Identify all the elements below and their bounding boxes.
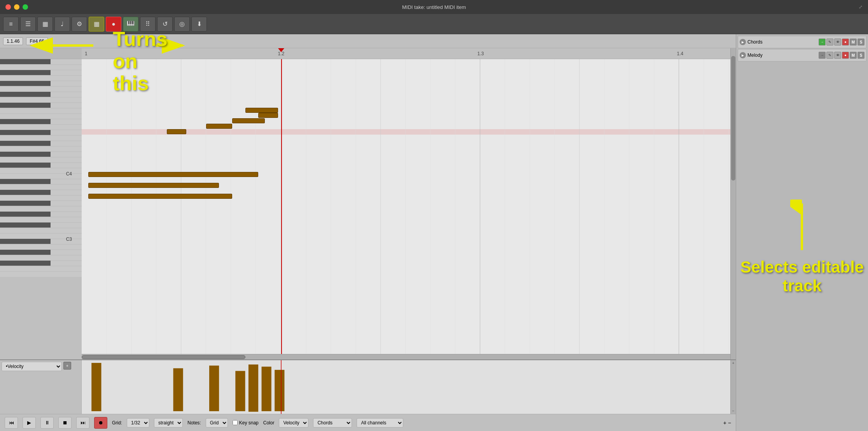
channels-selector[interactable]: All channels <box>357 418 403 427</box>
zoom-in-btn[interactable]: + <box>723 420 726 426</box>
download-btn[interactable]: ⬇ <box>191 17 207 32</box>
chords-track-name: Chords <box>747 39 817 45</box>
grip-left: ⠿ <box>82 355 85 359</box>
selects-track-annotation: Selects editabletrack <box>736 64 868 431</box>
chords-vis-btn[interactable]: 👁 <box>834 39 841 46</box>
midi-note[interactable] <box>258 113 278 118</box>
maximize-button[interactable] <box>23 4 28 10</box>
chords-bottom-selector[interactable]: Chords <box>313 418 352 427</box>
color-label: Color <box>263 420 275 426</box>
title-bar: MIDI take: untitled MIDI item ⤢ <box>0 0 868 14</box>
svg-rect-98 <box>173 368 183 411</box>
piano-grid-area: C4 C3 1 1.2 1.3 1.4 <box>0 48 736 359</box>
track-row-melody[interactable]: ▶ Melody → ✎ 👁 ● M S <box>738 49 866 61</box>
menu-btn[interactable]: ≡ <box>3 17 19 32</box>
key-snap-label: Key snap <box>233 420 259 426</box>
velocity-label-area: •Velocity + <box>0 360 82 414</box>
melody-edit-btn[interactable]: ✎ <box>826 52 833 59</box>
loop-btn[interactable]: ↺ <box>157 17 173 32</box>
midi-note[interactable] <box>88 194 232 199</box>
stop-btn[interactable]: ⏹ <box>58 417 72 429</box>
velocity-vscroll: + − <box>730 360 736 414</box>
settings-btn[interactable]: ⚙ <box>72 17 87 32</box>
key-snap-checkbox[interactable] <box>233 420 238 425</box>
toolbar: ≡ ☰ ▦ ♩ ⚙ ▦ ● ⠿ ↺ ◎ ⬇ <box>0 14 868 34</box>
play-btn[interactable]: ▶ <box>23 417 36 429</box>
svg-rect-51 <box>0 59 51 64</box>
melody-vis-btn[interactable]: 👁 <box>834 52 841 59</box>
notes-selector[interactable]: Grid <box>206 418 228 427</box>
velocity-panel: •Velocity + <box>0 359 736 414</box>
melody-mute-btn[interactable]: ● <box>842 52 849 59</box>
grid-notes-wrapper: 1 1.2 1.3 1.4 <box>82 48 736 359</box>
svg-rect-66 <box>0 239 51 244</box>
vscroll-up[interactable]: + <box>732 361 735 365</box>
right-panel: ▶ Chords → ✎ 👁 ● M S <box>736 34 868 431</box>
svg-text:C3: C3 <box>66 237 72 242</box>
zoom-out-btn[interactable]: − <box>728 420 731 426</box>
velocity-bars-svg <box>82 360 736 414</box>
svg-rect-5 <box>130 21 131 24</box>
melody-controls: → ✎ 👁 ● M S <box>819 52 864 59</box>
midi-note[interactable] <box>88 183 219 188</box>
notes-grid[interactable] <box>82 59 736 354</box>
ruler-content: 1 1.2 1.3 1.4 <box>82 48 736 59</box>
chords-m-btn[interactable]: M <box>850 39 857 46</box>
svg-rect-62 <box>0 190 51 195</box>
chord-btn[interactable]: ▦ <box>89 17 104 32</box>
melody-s-btn[interactable]: S <box>858 52 864 59</box>
add-lane-btn[interactable]: + <box>63 362 71 370</box>
grid-btn[interactable]: ▦ <box>37 17 53 32</box>
chords-edit-btn[interactable]: ✎ <box>826 39 833 46</box>
selects-annotation-content: Selects editabletrack <box>740 200 864 296</box>
pause-btn[interactable]: ⏸ <box>40 417 54 429</box>
piano-btn[interactable] <box>123 17 138 32</box>
svg-rect-60 <box>0 163 51 168</box>
list-btn[interactable]: ☰ <box>20 17 36 32</box>
melody-play-btn[interactable]: ▶ <box>740 52 746 58</box>
midi-note[interactable] <box>206 124 232 129</box>
midi-note[interactable] <box>232 118 265 123</box>
ruler-header: 1 1.2 1.3 1.4 <box>82 48 736 59</box>
curve-selector[interactable]: straight <box>154 418 183 427</box>
record-transport-btn[interactable]: ⏺ <box>94 417 107 429</box>
velocity-selector[interactable]: •Velocity <box>2 362 62 371</box>
midi-note[interactable] <box>167 129 186 134</box>
chords-play-btn[interactable]: ▶ <box>740 39 746 45</box>
svg-rect-52 <box>0 70 51 75</box>
scrollbar-thumb-v[interactable] <box>731 56 735 180</box>
note-btn[interactable]: ♩ <box>54 17 70 32</box>
horizontal-scrollbar[interactable]: ⠿ ⠿ <box>82 354 736 359</box>
piano-roll-container: 1.1.46 F#4 66 <box>0 34 736 431</box>
svg-rect-101 <box>248 364 258 412</box>
record-btn[interactable]: ● <box>106 17 121 32</box>
minimize-button[interactable] <box>14 4 19 10</box>
svg-rect-65 <box>0 223 51 228</box>
selects-track-text: Selects editabletrack <box>740 258 864 296</box>
melody-m-btn[interactable]: M <box>850 52 857 59</box>
color-selector[interactable]: Velocity <box>279 418 308 427</box>
melody-route-btn[interactable]: → <box>819 52 826 59</box>
midi-note[interactable] <box>88 172 258 177</box>
svg-rect-64 <box>0 212 51 217</box>
chords-route-btn[interactable]: → <box>819 39 826 46</box>
velocity-bars[interactable]: + − <box>82 360 736 414</box>
up-arrow-container <box>740 200 864 254</box>
filter-btn[interactable]: ◎ <box>174 17 190 32</box>
vertical-scrollbar[interactable] <box>730 48 736 359</box>
vscroll-down[interactable]: − <box>732 409 735 413</box>
skip-back-btn[interactable]: ⏮ <box>5 417 18 429</box>
resize-icon: ⤢ <box>859 4 863 10</box>
dots-btn[interactable]: ⠿ <box>140 17 156 32</box>
close-button[interactable] <box>5 4 11 10</box>
main-area: 1.1.46 F#4 66 <box>0 34 868 431</box>
piano-keys[interactable]: C4 C3 <box>0 48 82 359</box>
grid-label: Grid: <box>112 420 122 426</box>
scrollbar-thumb-h[interactable] <box>82 355 245 359</box>
skip-fwd-btn[interactable]: ⏭ <box>76 417 89 429</box>
grid-selector[interactable]: 1/32 <box>127 418 149 427</box>
chords-s-btn[interactable]: S <box>858 39 864 46</box>
track-row-chords[interactable]: ▶ Chords → ✎ 👁 ● M S <box>738 36 866 48</box>
midi-note[interactable] <box>245 108 278 113</box>
chords-mute-btn[interactable]: ● <box>842 39 849 46</box>
